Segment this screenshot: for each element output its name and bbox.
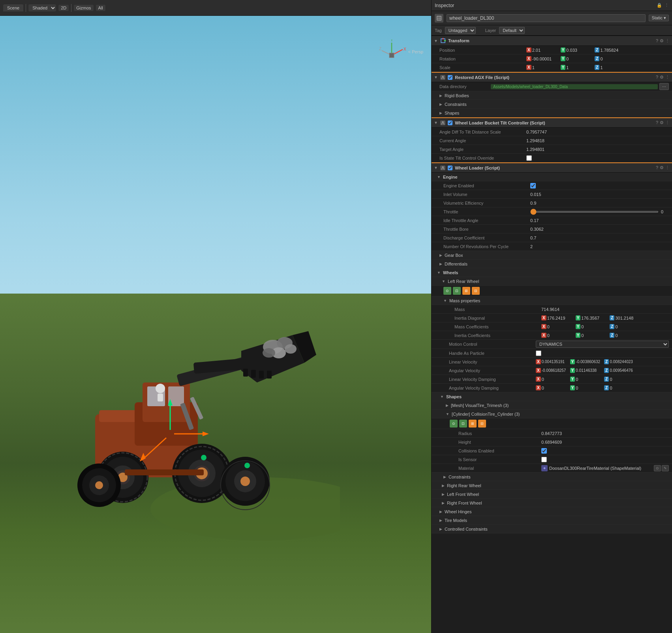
- mc-x-label: X: [541, 324, 546, 329]
- engine-enabled-checkbox[interactable]: [530, 183, 536, 188]
- lv-x-val: 0.004135191: [542, 360, 569, 364]
- throttle-slider[interactable]: [530, 211, 659, 213]
- left-rear-wheel-section[interactable]: ▼ Left Rear Wheel: [432, 277, 672, 286]
- inspector-lock-icon[interactable]: 🔒: [657, 3, 662, 8]
- is-state-checkbox[interactable]: [526, 155, 532, 161]
- bucket-tilt-header[interactable]: ▼ Λ Wheel Loader Bucket Tilt Controller …: [432, 117, 672, 128]
- bucket-help[interactable]: ?: [656, 120, 658, 125]
- radius-row: Radius 0.8472773: [432, 429, 672, 438]
- controlled-constraints-section[interactable]: ▶ Controlled Constraints: [432, 525, 672, 533]
- right-front-wheel-section[interactable]: ▶ Right Front Wheel: [432, 499, 672, 507]
- is-state-row: Is State Tilt Control Override: [432, 154, 672, 162]
- scale-z-val: 1: [600, 65, 628, 70]
- svg-rect-14: [267, 371, 272, 379]
- inspector-menu-icon[interactable]: ⋮: [664, 3, 669, 8]
- left-front-wheel-section[interactable]: ▶ Left Front Wheel: [432, 490, 672, 499]
- ic-x-val: 0: [547, 333, 575, 338]
- mesh-visual-section[interactable]: ▶ [Mesh] VisualTire_Trimesh (3): [432, 401, 672, 410]
- material-target-button[interactable]: ⊙: [654, 465, 661, 471]
- is-sensor-checkbox[interactable]: [541, 457, 547, 462]
- wheels-sub-header[interactable]: ▼ Wheels: [432, 268, 672, 277]
- id-x-label: X: [541, 315, 546, 320]
- 2d-button[interactable]: 2D: [58, 5, 69, 11]
- height-label: Height: [454, 440, 541, 445]
- tag-select[interactable]: Untagged: [445, 27, 476, 34]
- wc-caret: ▶: [443, 475, 446, 479]
- gear-box-section[interactable]: ▶ Gear Box: [432, 251, 672, 260]
- pos-z-label: Z: [595, 47, 599, 53]
- scene-tab[interactable]: Scene: [3, 4, 23, 11]
- collisions-enabled-checkbox[interactable]: [541, 448, 547, 454]
- mc-y-label: Y: [576, 324, 581, 329]
- radius-value: 0.8472773: [541, 431, 669, 436]
- engine-sub-header[interactable]: ▼ Engine: [432, 173, 672, 181]
- wheel-constraints-section[interactable]: ▶ Constraints: [432, 473, 672, 481]
- cyl-icon-2[interactable]: ⊡: [459, 420, 467, 428]
- constraints-section[interactable]: ▶ Constraints: [432, 100, 672, 109]
- gizmos-button[interactable]: Gizmos: [74, 5, 93, 11]
- shapes-section[interactable]: ▶ Shapes: [432, 109, 672, 117]
- tire-models-section[interactable]: ▶ Tire Models: [432, 516, 672, 525]
- wheel-icon-4[interactable]: ⊟: [472, 287, 480, 295]
- motion-control-dropdown[interactable]: DYNAMICS: [536, 341, 669, 348]
- differentials-section[interactable]: ▶ Differentials: [432, 260, 672, 268]
- shading-dropdown[interactable]: Shaded: [28, 4, 56, 11]
- throttle-value: 0: [661, 209, 669, 214]
- right-rear-wheel-section[interactable]: ▶ Right Rear Wheel: [432, 481, 672, 490]
- cylinder-caret: ▼: [446, 412, 449, 416]
- layer-select[interactable]: Default: [499, 27, 525, 34]
- wheel-hinges-section[interactable]: ▶ Wheel Hinges: [432, 507, 672, 516]
- static-badge[interactable]: Static ▾: [649, 15, 669, 21]
- ic-x: X 0: [541, 333, 575, 338]
- all-button[interactable]: All: [96, 5, 105, 11]
- tire-models-title: Tire Models: [445, 518, 467, 523]
- restored-agx-header[interactable]: ▼ Λ Restored AGX File (Script) ? ⚙ ⋮: [432, 72, 672, 82]
- restored-agx-checkbox[interactable]: [448, 75, 452, 80]
- wheel-loader-title: Wheel Loader (Script): [455, 166, 653, 170]
- cylinder-collision-section[interactable]: ▼ [Cylinder] CollisionTire_Cylinder (3): [432, 410, 672, 418]
- data-dir-browse-button[interactable]: ⋯: [659, 83, 669, 90]
- transform-menu-icon[interactable]: ⋮: [665, 38, 670, 43]
- wheel-loader-header[interactable]: ▼ Λ Wheel Loader (Script) ? ⚙ ⋮: [432, 162, 672, 173]
- material-edit-button[interactable]: ✎: [662, 465, 669, 471]
- wheel-icon-3[interactable]: ⊞: [462, 287, 470, 295]
- target-angle-value: 1.294801: [526, 147, 669, 152]
- wheel-icon-1[interactable]: ⊙: [443, 287, 451, 295]
- bucket-tilt-checkbox[interactable]: [448, 121, 452, 125]
- bucket-tilt-icons: ? ⚙ ⋮: [656, 120, 670, 125]
- is-sensor-label: Is Sensor: [454, 457, 541, 462]
- linear-vel-damping-row: Linear Velocity Damping X 0 Y 0 Z 0: [432, 375, 672, 384]
- svg-point-36: [240, 477, 250, 486]
- gear-box-title: Gear Box: [445, 253, 463, 258]
- transform-settings-icon[interactable]: ⚙: [660, 38, 664, 43]
- restored-agx-help[interactable]: ?: [656, 75, 658, 80]
- cyl-icon-1[interactable]: ⊙: [450, 420, 458, 428]
- svg-rect-12: [251, 370, 256, 378]
- bucket-settings[interactable]: ⚙: [660, 120, 664, 125]
- inspector-body[interactable]: Static ▾ Tag Untagged Layer Default ▼ Tr…: [432, 11, 672, 633]
- wheel-icon-2[interactable]: ⊡: [453, 287, 461, 295]
- av-y-val: 0.01146338: [576, 368, 603, 373]
- wl-help[interactable]: ?: [656, 165, 658, 170]
- transform-help-icon[interactable]: ?: [656, 38, 658, 43]
- transform-section-header[interactable]: ▼ Transform ? ⚙ ⋮: [432, 36, 672, 46]
- mass-properties-section[interactable]: ▼ Mass properties: [432, 296, 672, 305]
- wl-settings[interactable]: ⚙: [660, 165, 664, 170]
- wheel-loader-checkbox[interactable]: [448, 166, 452, 170]
- inertia-coeff-label: Inertia Coefficients: [454, 333, 541, 338]
- scene-viewport[interactable]: < Persp X Y Z: [0, 16, 431, 633]
- scale-z-label: Z: [595, 65, 599, 70]
- cylinder-title: [Cylinder] CollisionTire_Cylinder (3): [452, 412, 520, 416]
- cyl-icon-3[interactable]: ⊞: [469, 420, 477, 428]
- handle-as-particle-checkbox[interactable]: [536, 350, 541, 356]
- av-z: Z 0.009546476: [604, 368, 637, 373]
- object-name-input[interactable]: [447, 14, 646, 22]
- mesh-visual-caret: ▶: [446, 403, 449, 407]
- wl-menu[interactable]: ⋮: [665, 165, 670, 170]
- restored-agx-settings[interactable]: ⚙: [660, 75, 664, 80]
- rigid-bodies-section[interactable]: ▶ Rigid Bodies: [432, 91, 672, 100]
- bucket-menu[interactable]: ⋮: [665, 120, 670, 125]
- restored-agx-menu[interactable]: ⋮: [665, 75, 670, 80]
- wheel-shapes-header[interactable]: ▼ Shapes: [432, 392, 672, 401]
- cyl-icon-4[interactable]: ⊟: [478, 420, 486, 428]
